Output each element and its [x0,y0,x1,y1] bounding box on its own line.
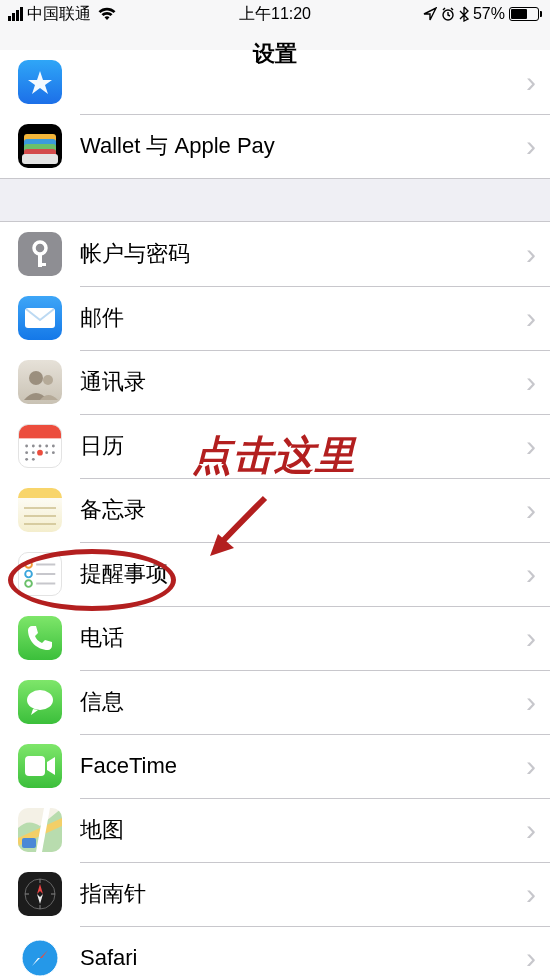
svg-rect-5 [22,154,58,164]
wallet-icon [18,124,62,168]
chevron-right-icon: › [526,129,550,163]
status-right: 57% [423,5,542,23]
status-left: 中国联通 [8,4,117,25]
reminders-icon [18,552,62,596]
svg-point-22 [52,451,55,454]
svg-point-11 [43,375,53,385]
settings-row-itunes[interactable]: › [0,50,550,114]
svg-point-14 [32,445,35,448]
row-label: 电话 [80,623,526,653]
chevron-right-icon: › [526,685,550,719]
location-icon [423,7,437,21]
safari-icon [18,936,62,977]
settings-row-wallet[interactable]: Wallet 与 Apple Pay › [0,114,550,178]
settings-row-notes[interactable]: 备忘录 › [0,478,550,542]
svg-rect-37 [25,756,45,776]
chevron-right-icon: › [526,557,550,591]
chevron-right-icon: › [526,621,550,655]
chevron-right-icon: › [526,941,550,975]
chevron-right-icon: › [526,237,550,271]
svg-point-21 [45,451,48,454]
settings-row-compass[interactable]: 指南针 › [0,862,550,926]
row-label: 信息 [80,687,526,717]
facetime-icon [18,744,62,788]
bluetooth-icon [459,6,469,22]
battery-icon [509,7,542,21]
svg-point-13 [25,445,28,448]
wifi-icon [97,7,117,21]
row-label: 通讯录 [80,367,526,397]
chevron-right-icon: › [526,65,550,99]
appstore-icon [18,60,62,104]
row-label: 帐户与密码 [80,239,526,269]
settings-row-phone[interactable]: 电话 › [0,606,550,670]
settings-row-contacts[interactable]: 通讯录 › [0,350,550,414]
chevron-right-icon: › [526,877,550,911]
svg-point-16 [45,445,48,448]
row-label: 提醒事项 [80,559,526,589]
row-label: 指南针 [80,879,526,909]
row-label: 备忘录 [80,495,526,525]
settings-row-messages[interactable]: 信息 › [0,670,550,734]
svg-point-36 [27,690,53,710]
notes-icon [18,488,62,532]
chevron-right-icon: › [526,301,550,335]
svg-point-39 [25,879,55,909]
chevron-right-icon: › [526,493,550,527]
settings-section-1: › Wallet 与 Apple Pay › [0,50,550,179]
svg-point-18 [25,451,28,454]
settings-row-facetime[interactable]: FaceTime › [0,734,550,798]
row-label: 邮件 [80,303,526,333]
chevron-right-icon: › [526,365,550,399]
settings-row-passwords[interactable]: 帐户与密码 › [0,222,550,286]
svg-point-32 [25,571,32,578]
settings-section-2: 帐户与密码 › 邮件 › 通讯录 › 日历 › 备忘录 › [0,221,550,977]
phone-icon [18,616,62,660]
svg-point-19 [32,451,35,454]
settings-row-maps[interactable]: 地图 › [0,798,550,862]
settings-row-mail[interactable]: 邮件 › [0,286,550,350]
row-label: FaceTime [80,753,526,779]
svg-point-30 [25,561,32,568]
row-label: Safari [80,945,526,971]
key-icon [18,232,62,276]
row-label: Wallet 与 Apple Pay [80,131,526,161]
settings-row-safari[interactable]: Safari › [0,926,550,977]
svg-point-34 [25,580,32,587]
status-bar: 中国联通 上午11:20 57% [0,0,550,28]
settings-row-calendar[interactable]: 日历 › [0,414,550,478]
chevron-right-icon: › [526,429,550,463]
svg-rect-8 [38,263,46,266]
alarm-icon [441,7,455,21]
status-time: 上午11:20 [239,4,311,25]
signal-bars-icon [8,7,23,21]
svg-rect-12 [19,425,61,438]
messages-icon [18,680,62,724]
svg-point-23 [25,458,28,461]
svg-point-25 [37,450,43,456]
svg-point-17 [52,445,55,448]
row-label: 地图 [80,815,526,845]
row-label: 日历 [80,431,526,461]
calendar-icon [18,424,62,468]
svg-rect-38 [22,838,36,848]
settings-row-reminders[interactable]: 提醒事项 › [0,542,550,606]
svg-point-24 [32,458,35,461]
carrier-label: 中国联通 [27,4,91,25]
maps-icon [18,808,62,852]
svg-point-15 [39,445,42,448]
mail-icon [18,296,62,340]
svg-point-10 [29,371,43,385]
chevron-right-icon: › [526,749,550,783]
svg-rect-26 [18,488,62,498]
compass-icon [18,872,62,916]
chevron-right-icon: › [526,813,550,847]
svg-point-6 [34,242,46,254]
contacts-icon [18,360,62,404]
battery-pct: 57% [473,5,505,23]
